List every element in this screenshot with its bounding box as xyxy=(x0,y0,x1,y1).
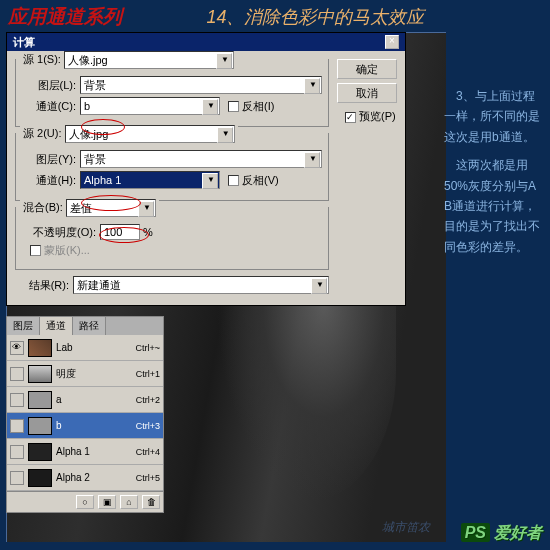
tab-channels[interactable]: 通道 xyxy=(40,317,73,335)
channel-shortcut: Ctrl+3 xyxy=(136,421,160,431)
result-label: 结果(R): xyxy=(15,278,69,293)
channel-name: Alpha 1 xyxy=(56,446,132,457)
src1-channel-label: 通道(C): xyxy=(22,99,76,114)
visibility-icon[interactable] xyxy=(10,341,24,355)
src2-layer-label: 图层(Y): xyxy=(22,152,76,167)
instruction-p1: 3、与上面过程一样，所不同的是这次是用b通道。 xyxy=(444,86,544,147)
cancel-button[interactable]: 取消 xyxy=(337,83,397,103)
channel-shortcut: Ctrl+5 xyxy=(136,473,160,483)
preview-label: 预览(P) xyxy=(359,110,396,122)
channel-row-明度[interactable]: 明度Ctrl+1 xyxy=(7,361,163,387)
visibility-icon[interactable] xyxy=(10,393,24,407)
delete-channel-icon[interactable]: 🗑 xyxy=(142,495,160,509)
preview-checkbox[interactable] xyxy=(345,112,356,123)
channel-thumbnail xyxy=(28,339,52,357)
visibility-icon[interactable] xyxy=(10,445,24,459)
channel-thumbnail xyxy=(28,417,52,435)
channels-panel: 图层 通道 路径 LabCtrl+~明度Ctrl+1aCtrl+2bCtrl+3… xyxy=(6,316,164,513)
save-selection-icon[interactable]: ▣ xyxy=(98,495,116,509)
step-title: 14、消除色彩中的马太效应 xyxy=(206,7,424,27)
channel-row-Alpha 2[interactable]: Alpha 2Ctrl+5 xyxy=(7,465,163,491)
channel-name: b xyxy=(56,420,132,431)
channel-name: 明度 xyxy=(56,367,132,381)
src1-channel-select[interactable]: b xyxy=(80,97,220,115)
channel-shortcut: Ctrl+~ xyxy=(135,343,160,353)
watermark-text: 爱好者 xyxy=(494,524,542,541)
blend-select[interactable]: 差值 xyxy=(66,199,156,217)
source1-group: 源 1(S): 人像.jpg 图层(L):背景 通道(C):b反相(I) xyxy=(15,59,329,127)
ok-button[interactable]: 确定 xyxy=(337,59,397,79)
channel-row-b[interactable]: bCtrl+3 xyxy=(7,413,163,439)
channel-thumbnail xyxy=(28,469,52,487)
load-selection-icon[interactable]: ○ xyxy=(76,495,94,509)
src2-channel-label: 通道(H): xyxy=(22,173,76,188)
src1-invert-label: 反相(I) xyxy=(242,99,274,114)
src1-invert-checkbox[interactable] xyxy=(228,101,239,112)
mask-checkbox[interactable] xyxy=(30,245,41,256)
src2-select[interactable]: 人像.jpg xyxy=(65,125,235,143)
src2-channel-select[interactable]: Alpha 1 xyxy=(80,171,220,189)
channel-name: Alpha 2 xyxy=(56,472,132,483)
ps-logo: PS xyxy=(461,523,490,542)
opacity-unit: % xyxy=(143,226,153,238)
close-icon[interactable]: × xyxy=(385,35,399,49)
visibility-icon[interactable] xyxy=(10,471,24,485)
blend-label: 混合(B): xyxy=(23,201,63,213)
opacity-input[interactable]: 100 xyxy=(100,224,140,240)
src2-invert-checkbox[interactable] xyxy=(228,175,239,186)
instruction-text: 3、与上面过程一样，所不同的是这次是用b通道。 这两次都是用50%灰度分别与A … xyxy=(444,86,544,265)
dialog-title: 计算 xyxy=(13,35,385,50)
blending-group: 混合(B): 差值 不透明度(O):100% 蒙版(K)... xyxy=(15,207,329,270)
author-watermark: 城市笛农 xyxy=(382,519,430,536)
src2-layer-select[interactable]: 背景 xyxy=(80,150,322,168)
channel-thumbnail xyxy=(28,391,52,409)
channel-row-a[interactable]: aCtrl+2 xyxy=(7,387,163,413)
result-select[interactable]: 新建通道 xyxy=(73,276,329,294)
site-watermark: PS爱好者 xyxy=(461,523,542,544)
src1-layer-label: 图层(L): xyxy=(22,78,76,93)
channel-row-Alpha 1[interactable]: Alpha 1Ctrl+4 xyxy=(7,439,163,465)
visibility-icon[interactable] xyxy=(10,419,24,433)
visibility-icon[interactable] xyxy=(10,367,24,381)
channel-thumbnail xyxy=(28,365,52,383)
src1-select[interactable]: 人像.jpg xyxy=(64,51,234,69)
channel-name: a xyxy=(56,394,132,405)
tab-layers[interactable]: 图层 xyxy=(7,317,40,335)
src2-invert-label: 反相(V) xyxy=(242,173,279,188)
instruction-p2: 这两次都是用50%灰度分别与A B通道进行计算，目的是为了找出不同色彩的差异。 xyxy=(444,155,544,257)
src1-layer-select[interactable]: 背景 xyxy=(80,76,322,94)
src2-legend: 源 2(U): xyxy=(23,127,62,139)
channel-shortcut: Ctrl+2 xyxy=(136,395,160,405)
dialog-titlebar[interactable]: 计算 × xyxy=(7,33,405,51)
new-channel-icon[interactable]: ⌂ xyxy=(120,495,138,509)
source2-group: 源 2(U): 人像.jpg 图层(Y):背景 通道(H):Alpha 1反相(… xyxy=(15,133,329,201)
tab-paths[interactable]: 路径 xyxy=(73,317,106,335)
mask-label: 蒙版(K)... xyxy=(44,243,90,258)
channel-thumbnail xyxy=(28,443,52,461)
channel-shortcut: Ctrl+4 xyxy=(136,447,160,457)
channel-name: Lab xyxy=(56,342,131,353)
calculations-dialog: 计算 × 确定 取消 预览(P) 源 1(S): 人像.jpg 图层(L):背景… xyxy=(6,32,406,306)
opacity-label: 不透明度(O): xyxy=(22,225,96,240)
series-title: 应用通道系列 xyxy=(8,6,122,27)
src1-legend: 源 1(S): xyxy=(23,53,61,65)
channel-row-Lab[interactable]: LabCtrl+~ xyxy=(7,335,163,361)
channel-shortcut: Ctrl+1 xyxy=(136,369,160,379)
